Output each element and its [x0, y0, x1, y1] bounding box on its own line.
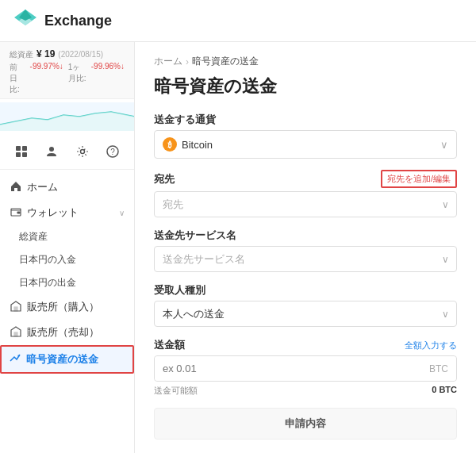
sidebar-item-jpy-withdraw[interactable]: 日本円の出金	[0, 271, 134, 294]
user-icon-btn[interactable]	[40, 140, 63, 163]
wallet-icon	[10, 206, 22, 220]
amount-label-row: 送金額 全額入力する	[154, 338, 457, 352]
service-select-wrapper: 送金先サービス名 (function() { var sel = documen…	[154, 246, 457, 272]
service-label: 送金先サービス名	[154, 228, 457, 243]
sidebar-item-jpy-deposit[interactable]: 日本円の入金	[0, 248, 134, 271]
destination-label-row: 宛先 宛先を追加/編集	[154, 170, 457, 188]
wallet-children: 総資産 日本円の入金 日本円の出金	[0, 225, 134, 294]
svg-point-9	[80, 150, 84, 154]
destination-label: 宛先	[154, 172, 175, 186]
full-input-button[interactable]: 全額入力する	[405, 340, 457, 351]
amount-input[interactable]	[155, 356, 456, 381]
logo-icon	[13, 8, 38, 33]
daily-change: -99.97%↓	[30, 62, 63, 95]
amount-available: 送金可能額 0 BTC	[154, 385, 457, 397]
submit-section[interactable]: 申請内容	[154, 408, 457, 440]
svg-rect-7	[22, 152, 27, 157]
jpy-deposit-label: 日本円の入金	[19, 253, 76, 267]
svg-rect-15	[14, 307, 17, 311]
amount-input-wrapper: BTC	[154, 355, 457, 382]
shop-sell-icon	[10, 326, 22, 340]
main-layout: 総資産 ¥ 19 (2022/08/15) 前日比: -99.97%↓ 1ヶ月比…	[0, 42, 476, 453]
jpy-withdraw-label: 日本円の出金	[19, 276, 76, 290]
currency-group: 送金する通貨 ₿ Bitcoin ∨	[154, 113, 457, 159]
mini-chart	[0, 102, 134, 131]
currency-arrow: ∨	[440, 139, 448, 151]
svg-rect-17	[14, 332, 17, 336]
recipient-label: 受取人種別	[154, 283, 457, 298]
shop-sell-label: 販売所（売却）	[27, 325, 125, 340]
destination-select-wrapper: 宛先 (function() { var sel = document.quer…	[154, 191, 457, 217]
service-select[interactable]: 送金先サービス名	[154, 246, 457, 272]
bitcoin-select-left: ₿ Bitcoin	[163, 137, 213, 152]
shop-buy-label: 販売所（購入）	[27, 300, 125, 314]
crypto-send-icon	[9, 353, 21, 367]
wallet-arrow: ∨	[119, 209, 125, 217]
breadcrumb-home[interactable]: ホーム	[154, 55, 182, 68]
breadcrumb-separator: ›	[186, 56, 189, 67]
service-group: 送金先サービス名 送金先サービス名 (function() { var sel …	[154, 228, 457, 272]
crypto-send-label: 暗号資産の送金	[26, 352, 123, 367]
wallet-label: ウォレット	[27, 205, 114, 220]
submit-label: 申請内容	[285, 417, 326, 429]
recipient-group: 受取人種別 本人への送金 (function() { var sel = doc…	[154, 283, 457, 327]
gear-icon-btn[interactable]	[71, 140, 94, 163]
btc-icon: ₿	[163, 137, 177, 152]
grid-icon-btn[interactable]	[10, 140, 33, 163]
monthly-label: 1ヶ月比:	[68, 62, 86, 95]
breadcrumb: ホーム › 暗号資産の送金	[154, 55, 457, 68]
sidebar-icons: ?	[0, 134, 134, 170]
sidebar-menu: ホーム ウォレット ∨ 総資産 日本円の入金	[0, 170, 134, 453]
svg-marker-3	[0, 112, 134, 131]
amount-currency: BTC	[429, 363, 448, 374]
destination-action-button[interactable]: 宛先を追加/編集	[381, 170, 457, 188]
stats-date: (2022/08/15)	[58, 50, 103, 59]
sidebar-item-shop-buy[interactable]: 販売所（購入）	[0, 294, 134, 320]
destination-select[interactable]: 宛先	[154, 191, 457, 217]
page-title: 暗号資産の送金	[154, 75, 457, 98]
stats-changes: 前日比: -99.97%↓ 1ヶ月比: -99.96%↓	[10, 62, 125, 95]
app-title: Exchange	[44, 13, 112, 29]
svg-rect-13	[17, 212, 20, 213]
sidebar-item-crypto-send[interactable]: 暗号資産の送金	[0, 345, 134, 374]
sidebar-item-shop-sell[interactable]: 販売所（売却）	[0, 320, 134, 345]
currency-label: 送金する通貨	[154, 113, 457, 127]
sidebar-item-home[interactable]: ホーム	[0, 175, 134, 200]
svg-rect-6	[16, 152, 21, 157]
available-label: 送金可能額	[154, 385, 198, 397]
recipient-select-wrapper: 本人への送金 (function() { var sel = document.…	[154, 301, 457, 327]
sidebar-item-assets[interactable]: 総資産	[0, 225, 134, 248]
currency-select[interactable]: ₿ Bitcoin ∨	[154, 130, 457, 159]
home-label: ホーム	[27, 180, 125, 194]
svg-text:?: ?	[110, 148, 115, 156]
stats-value: ¥ 19	[36, 48, 55, 60]
currency-value: Bitcoin	[182, 139, 213, 151]
breadcrumb-current: 暗号資産の送金	[192, 55, 259, 68]
assets-label: 総資産	[19, 230, 48, 244]
amount-group: 送金額 全額入力する BTC 送金可能額 0 BTC	[154, 338, 457, 397]
daily-label: 前日比:	[10, 62, 25, 95]
svg-rect-5	[22, 146, 27, 151]
svg-point-8	[49, 147, 54, 152]
home-icon	[10, 181, 22, 194]
send-form: 送金する通貨 ₿ Bitcoin ∨ 宛先 宛先を追加/編集 宛先	[154, 113, 457, 440]
app-header: Exchange	[0, 0, 476, 42]
sidebar-item-wallet[interactable]: ウォレット ∨	[0, 200, 134, 225]
stats-label: 総資産	[10, 49, 33, 60]
sidebar: 総資産 ¥ 19 (2022/08/15) 前日比: -99.97%↓ 1ヶ月比…	[0, 42, 135, 453]
content-area: ホーム › 暗号資産の送金 暗号資産の送金 送金する通貨 ₿ Bitcoin ∨	[135, 42, 476, 453]
monthly-change: -99.96%↓	[91, 62, 125, 95]
shop-buy-icon	[10, 301, 22, 314]
available-value: 0 BTC	[432, 385, 457, 397]
amount-label: 送金額	[154, 338, 185, 352]
svg-rect-4	[16, 146, 21, 151]
destination-group: 宛先 宛先を追加/編集 宛先 (function() { var sel = d…	[154, 170, 457, 217]
help-icon-btn[interactable]: ?	[102, 140, 124, 163]
recipient-select[interactable]: 本人への送金	[154, 301, 457, 327]
stats-area: 総資産 ¥ 19 (2022/08/15) 前日比: -99.97%↓ 1ヶ月比…	[0, 42, 134, 99]
